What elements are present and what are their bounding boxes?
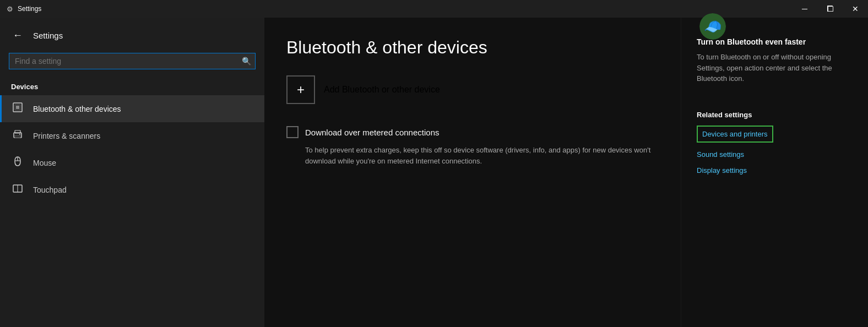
turn-on-description: To turn Bluetooth on or off without open…	[697, 52, 853, 84]
sidebar-section-label: Devices	[0, 78, 264, 95]
title-bar-controls: 🧢 ─ ⧠ ✕	[792, 0, 868, 18]
svg-rect-2	[16, 106, 18, 109]
download-description: To help prevent extra charges, keep this…	[286, 145, 659, 166]
add-device-button[interactable]: + Add Bluetooth or other device	[286, 75, 659, 104]
close-button[interactable]: ✕	[843, 0, 868, 18]
search-icon[interactable]: 🔍	[242, 57, 251, 66]
sidebar-app-title: Settings	[33, 31, 63, 40]
plus-icon: +	[297, 82, 305, 97]
sidebar-item-bluetooth-label: Bluetooth & other devices	[33, 105, 121, 113]
download-section: Download over metered connections To hel…	[286, 126, 659, 166]
sidebar-item-touchpad[interactable]: Touchpad	[0, 176, 264, 203]
title-bar-title: Settings	[18, 5, 41, 13]
sidebar-item-printers-label: Printers & scanners	[33, 132, 100, 140]
avatar: 🧢	[699, 13, 726, 40]
svg-rect-6	[15, 135, 20, 138]
sidebar-top: ← Settings	[0, 18, 264, 53]
search-input[interactable]	[9, 53, 256, 69]
printer-icon	[11, 129, 24, 143]
svg-point-7	[19, 134, 20, 135]
title-bar-left: ⚙ Settings	[0, 5, 41, 13]
right-panel: Turn on Bluetooth even faster To turn Bl…	[681, 18, 868, 327]
content-area: Bluetooth & other devices + Add Bluetoot…	[264, 18, 868, 327]
download-metered-checkbox[interactable]	[286, 126, 299, 138]
avatar-inner: 🧢	[699, 13, 726, 40]
minimize-button[interactable]: ─	[792, 0, 817, 18]
sidebar-item-mouse-label: Mouse	[33, 159, 56, 167]
sidebar-item-mouse[interactable]: Mouse	[0, 149, 264, 176]
content-main: Bluetooth & other devices + Add Bluetoot…	[264, 18, 681, 327]
title-bar: ⚙ Settings 🧢 ─ ⧠ ✕	[0, 0, 868, 18]
checkbox-label: Download over metered connections	[305, 128, 439, 137]
sidebar-item-bluetooth[interactable]: Bluetooth & other devices	[0, 95, 264, 122]
mouse-icon	[11, 156, 24, 170]
settings-window-icon: ⚙	[7, 5, 13, 13]
related-settings-label: Related settings	[697, 111, 853, 119]
sidebar-item-printers[interactable]: Printers & scanners	[0, 122, 264, 149]
add-device-label: Add Bluetooth or other device	[324, 85, 440, 95]
page-title: Bluetooth & other devices	[286, 37, 659, 58]
bluetooth-device-icon	[11, 102, 24, 116]
svg-rect-3	[18, 106, 19, 109]
touchpad-icon	[11, 183, 24, 197]
devices-printers-link[interactable]: Devices and printers	[697, 126, 773, 143]
maximize-button[interactable]: ⧠	[817, 0, 843, 18]
sidebar-nav: Bluetooth & other devices Printers & sca…	[0, 95, 264, 203]
sound-settings-link[interactable]: Sound settings	[697, 150, 853, 159]
display-settings-link[interactable]: Display settings	[697, 166, 853, 175]
avatar-emoji: 🧢	[704, 18, 721, 35]
back-button[interactable]: ←	[9, 26, 26, 44]
search-box: 🔍	[9, 53, 256, 69]
sidebar-item-touchpad-label: Touchpad	[33, 186, 67, 194]
turn-on-title: Turn on Bluetooth even faster	[697, 37, 853, 46]
add-device-icon-box: +	[286, 75, 315, 104]
sidebar: ← Settings 🔍 Devices Bluetooth & other d…	[0, 18, 264, 327]
main-layout: ← Settings 🔍 Devices Bluetooth & other d…	[0, 18, 868, 327]
checkbox-row: Download over metered connections	[286, 126, 659, 138]
